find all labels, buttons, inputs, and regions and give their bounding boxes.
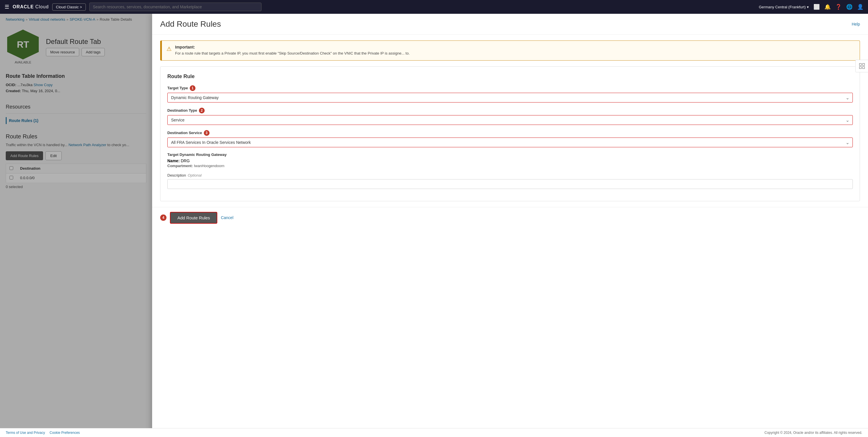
svg-rect-1 bbox=[863, 63, 865, 65]
destination-service-select-wrapper: All FRA Services In Oracle Services Netw… bbox=[167, 137, 853, 147]
destination-type-select-wrapper: Service bbox=[167, 115, 853, 125]
region-selector[interactable]: Germany Central (Frankfurt) ▾ bbox=[759, 5, 809, 9]
add-route-rules-submit-button[interactable]: Add Route Rules bbox=[170, 212, 217, 224]
drg-name-label: Name: bbox=[167, 158, 180, 163]
svg-rect-2 bbox=[859, 67, 861, 69]
step-4-badge: 4 bbox=[160, 215, 166, 221]
target-type-select-wrapper: Dynamic Routing Gateway bbox=[167, 93, 853, 102]
notice-text: For a route rule that targets a Private … bbox=[175, 51, 410, 56]
nav-right: Germany Central (Frankfurt) ▾ ⬜ 🔔 ❓ 🌐 👤 bbox=[759, 4, 863, 10]
target-drg-label: Target Dynamic Routing Gateway bbox=[167, 153, 853, 157]
panel-header: Add Route Rules Help bbox=[152, 14, 868, 35]
destination-type-group: Destination Type 2 Service bbox=[167, 108, 853, 125]
destination-service-select[interactable]: All FRA Services In Oracle Services Netw… bbox=[167, 137, 853, 147]
target-type-select[interactable]: Dynamic Routing Gateway bbox=[167, 93, 853, 102]
drg-name-row: Name: DRG bbox=[167, 158, 853, 163]
description-group: Description Optional bbox=[167, 173, 853, 189]
search-input[interactable] bbox=[89, 3, 261, 11]
step-1-badge: 1 bbox=[190, 85, 195, 91]
footer-copyright: Copyright © 2024, Oracle and/or its affi… bbox=[764, 431, 862, 435]
route-rule-section-title: Route Rule bbox=[167, 73, 853, 80]
target-drg-section: Target Dynamic Routing Gateway Name: DRG… bbox=[167, 153, 853, 168]
notice-content: Important: For a route rule that targets… bbox=[175, 45, 410, 56]
drg-compartment-label: Compartment: bbox=[167, 164, 193, 168]
region-label: Germany Central (Frankfurt) bbox=[759, 5, 806, 9]
user-icon[interactable]: 👤 bbox=[857, 4, 863, 10]
footer-links: Terms of Use and Privacy Cookie Preferen… bbox=[6, 431, 80, 435]
destination-type-select[interactable]: Service bbox=[167, 115, 853, 125]
step-2-badge: 2 bbox=[199, 108, 205, 114]
warning-icon: ⚠ bbox=[166, 45, 172, 56]
target-type-label: Target Type 1 bbox=[167, 85, 853, 91]
cloud-classic-button[interactable]: Cloud Classic > bbox=[52, 3, 86, 11]
destination-service-group: Destination Service 3 All FRA Services I… bbox=[167, 130, 853, 147]
target-type-group: Target Type 1 Dynamic Routing Gateway bbox=[167, 85, 853, 102]
cancel-button[interactable]: Cancel bbox=[221, 215, 234, 220]
drg-name-value: DRG bbox=[181, 158, 190, 163]
cookie-link[interactable]: Cookie Preferences bbox=[50, 431, 80, 435]
panel-title: Add Route Rules bbox=[160, 20, 221, 29]
description-label-row: Description Optional bbox=[167, 173, 853, 178]
main-layout: Networking » Virtual cloud networks » SP… bbox=[0, 14, 868, 437]
help-link[interactable]: Help bbox=[851, 22, 860, 26]
help-grid-icon bbox=[859, 63, 865, 69]
destination-type-label: Destination Type 2 bbox=[167, 108, 853, 114]
optional-label: Optional bbox=[188, 173, 202, 178]
destination-service-label: Destination Service 3 bbox=[167, 130, 853, 136]
drg-compartment-value: IwanHoogendoorn bbox=[194, 164, 224, 168]
bell-icon[interactable]: 🔔 bbox=[825, 4, 831, 10]
help-icon[interactable]: ❓ bbox=[835, 4, 842, 10]
drg-compartment-row: Compartment: IwanHoogendoorn bbox=[167, 164, 853, 168]
form-footer: 4 Add Route Rules Cancel bbox=[152, 207, 868, 229]
notice-title: Important: bbox=[175, 45, 410, 50]
description-input[interactable] bbox=[167, 179, 853, 189]
page-footer: Terms of Use and Privacy Cookie Preferen… bbox=[0, 428, 868, 437]
globe-icon[interactable]: 🌐 bbox=[846, 4, 852, 10]
svg-rect-3 bbox=[863, 67, 865, 69]
terms-link[interactable]: Terms of Use and Privacy bbox=[6, 431, 45, 435]
add-route-rules-panel: Add Route Rules Help ⚠ Important: For a … bbox=[152, 14, 868, 437]
chevron-down-icon: ▾ bbox=[807, 5, 809, 9]
top-navigation: ☰ ORACLE Cloud Cloud Classic > Germany C… bbox=[0, 0, 868, 14]
step-3-badge: 3 bbox=[204, 130, 210, 136]
svg-rect-0 bbox=[859, 63, 861, 65]
description-label-text: Description bbox=[167, 173, 186, 178]
terminal-icon[interactable]: ⬜ bbox=[813, 4, 820, 10]
help-widget[interactable] bbox=[856, 60, 868, 72]
route-rule-form: Route Rule Target Type 1 Dynamic Routing… bbox=[160, 66, 860, 201]
hamburger-menu[interactable]: ☰ bbox=[5, 4, 9, 10]
important-notice: ⚠ Important: For a route rule that targe… bbox=[160, 40, 860, 61]
oracle-logo: ORACLE Cloud bbox=[12, 4, 49, 9]
